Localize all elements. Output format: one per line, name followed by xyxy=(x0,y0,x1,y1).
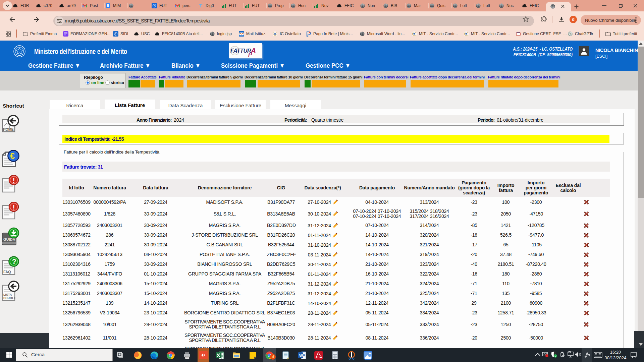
svg-text:!: ! xyxy=(13,203,15,211)
svg-text:W: W xyxy=(299,353,303,358)
svg-text:!: ! xyxy=(13,176,15,184)
svg-text:SCUOLE: SCUOLE xyxy=(3,296,16,300)
svg-text:€: € xyxy=(10,151,15,161)
svg-text:LISTA: LISTA xyxy=(3,293,12,296)
svg-text:FAQ: FAQ xyxy=(3,270,11,274)
svg-text:P: P xyxy=(248,52,252,58)
svg-text:?: ? xyxy=(12,257,16,266)
svg-text:HOME: HOME xyxy=(3,127,14,131)
